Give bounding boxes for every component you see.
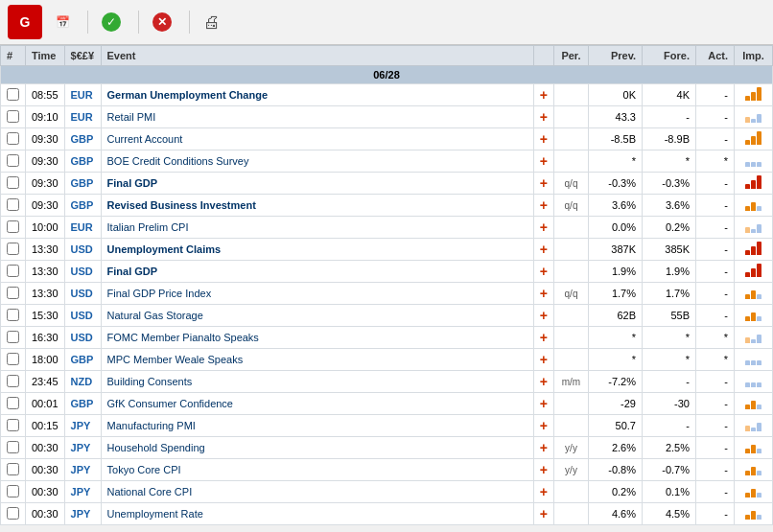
row-checkbox[interactable] [7,353,19,365]
row-add-icon[interactable]: + [533,459,553,481]
unmark-all-button[interactable]: ✕ [149,11,179,34]
col-period: Per. [554,46,589,66]
col-prev: Prev. [589,46,643,66]
row-event-name: German Unemployment Change [101,84,533,106]
row-imp [735,459,773,481]
row-checkbox[interactable] [7,132,19,145]
row-prev: * [589,327,643,349]
row-add-icon[interactable]: + [533,106,553,128]
row-checkbox-cell[interactable] [1,261,26,283]
row-checkbox[interactable] [7,485,19,497]
row-checkbox[interactable] [7,507,19,520]
row-add-icon[interactable]: + [533,393,553,415]
row-event-name: Manufacturing PMI [101,415,533,437]
row-checkbox[interactable] [7,243,19,255]
row-fore: 4K [643,84,696,106]
table-row: 00:15 JPY Manufacturing PMI + 50.7 - - [1,415,773,437]
row-act: - [696,283,735,305]
row-currency: USD [64,239,101,261]
row-add-icon[interactable]: + [533,150,553,173]
row-add-icon[interactable]: + [533,128,553,150]
print-button[interactable]: 🖨 [199,11,228,35]
row-add-icon[interactable]: + [533,283,553,305]
row-add-icon[interactable]: + [533,195,553,217]
row-checkbox-cell[interactable] [1,84,26,106]
date-separator-row: 06/28 [1,66,773,84]
row-checkbox[interactable] [7,176,19,189]
row-checkbox-cell[interactable] [1,415,26,437]
row-checkbox-cell[interactable] [1,106,26,128]
row-checkbox-cell[interactable] [1,349,26,371]
row-checkbox[interactable] [7,419,19,431]
row-checkbox-cell[interactable] [1,239,26,261]
row-currency: GBP [64,128,101,150]
row-period [554,239,589,261]
row-add-icon[interactable]: + [533,305,553,327]
row-add-icon[interactable]: + [533,84,553,106]
row-add-icon[interactable]: + [533,503,553,525]
row-period [554,481,589,503]
row-checkbox-cell[interactable] [1,459,26,481]
row-fore: * [643,327,696,349]
row-event-name: Final GDP Price Index [101,283,533,305]
row-prev: * [589,349,643,371]
row-fore: - [643,371,696,393]
row-checkbox-cell[interactable] [1,393,26,415]
mark-all-button[interactable]: ✓ [98,11,129,34]
table-row: 00:30 JPY Unemployment Rate + 4.6% 4.5% … [1,503,773,525]
row-checkbox[interactable] [7,154,19,167]
add-calendar-button[interactable]: 📅 [52,13,78,31]
row-add-icon[interactable]: + [533,437,553,459]
row-checkbox[interactable] [7,441,19,453]
row-checkbox[interactable] [7,287,19,299]
row-add-icon[interactable]: + [533,371,553,393]
row-act: - [696,128,735,150]
row-act: - [696,305,735,327]
row-prev: 50.7 [589,415,643,437]
row-add-icon[interactable]: + [533,481,553,503]
row-checkbox[interactable] [7,463,19,475]
row-imp [735,239,773,261]
row-checkbox-cell[interactable] [1,195,26,217]
col-fore: Fore. [643,46,696,66]
row-add-icon[interactable]: + [533,349,553,371]
row-add-icon[interactable]: + [533,327,553,349]
row-checkbox[interactable] [7,88,19,101]
row-checkbox[interactable] [7,198,19,211]
row-prev: 0.0% [589,217,643,239]
row-prev: 2.6% [589,437,643,459]
row-checkbox[interactable] [7,375,19,387]
row-period [554,217,589,239]
row-add-icon[interactable]: + [533,261,553,283]
row-event-name: Tokyo Core CPI [101,459,533,481]
row-add-icon[interactable]: + [533,239,553,261]
row-checkbox[interactable] [7,110,19,123]
row-checkbox-cell[interactable] [1,283,26,305]
row-checkbox[interactable] [7,397,19,409]
row-period: q/q [554,173,589,195]
row-checkbox-cell[interactable] [1,437,26,459]
row-checkbox[interactable] [7,265,19,277]
row-checkbox-cell[interactable] [1,217,26,239]
row-checkbox[interactable] [7,331,19,343]
row-checkbox[interactable] [7,220,19,233]
row-checkbox-cell[interactable] [1,305,26,327]
row-checkbox[interactable] [7,309,19,321]
row-checkbox-cell[interactable] [1,503,26,525]
row-checkbox-cell[interactable] [1,128,26,150]
row-checkbox-cell[interactable] [1,481,26,503]
row-checkbox-cell[interactable] [1,371,26,393]
row-add-icon[interactable]: + [533,217,553,239]
row-time: 08:55 [26,84,65,106]
row-time: 10:00 [26,217,65,239]
row-fore: 3.6% [643,195,696,217]
row-period [554,150,589,173]
row-checkbox-cell[interactable] [1,173,26,195]
row-checkbox-cell[interactable] [1,327,26,349]
row-add-icon[interactable]: + [533,173,553,195]
row-imp [735,106,773,128]
row-checkbox-cell[interactable] [1,150,26,173]
row-time: 00:01 [26,393,65,415]
toolbar: G 📅 ✓ ✕ 🖨 [0,0,773,45]
row-add-icon[interactable]: + [533,415,553,437]
